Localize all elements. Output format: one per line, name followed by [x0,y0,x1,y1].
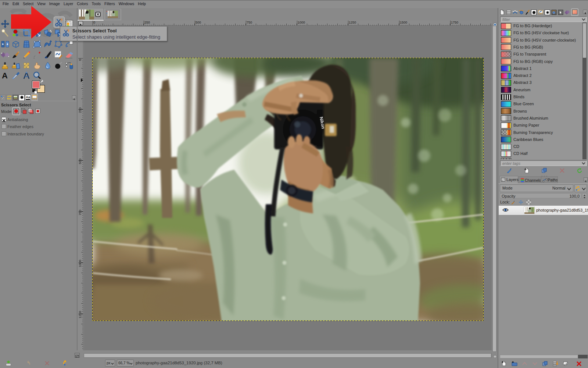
svg-text:A: A [2,71,8,80]
